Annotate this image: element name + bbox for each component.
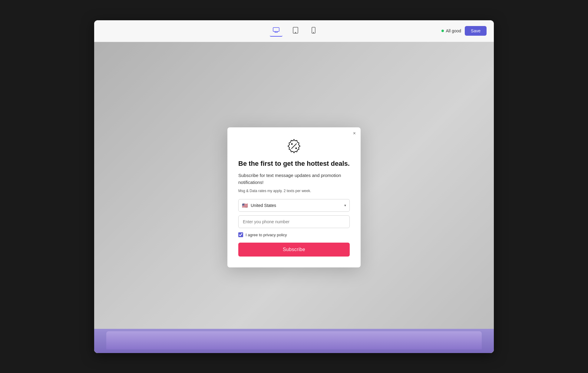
- discount-badge-icon: [286, 138, 302, 154]
- mobile-icon[interactable]: [309, 25, 319, 37]
- status-dot: [441, 30, 444, 32]
- browser-toolbar: All good Save: [94, 20, 494, 42]
- privacy-row: I agree to privacy policy: [238, 232, 350, 237]
- privacy-checkbox[interactable]: [238, 232, 243, 237]
- device-icons: [270, 25, 319, 37]
- status-text: All good: [446, 28, 461, 33]
- subscribe-button[interactable]: Subscribe: [238, 243, 350, 257]
- bottom-bar: [94, 329, 494, 353]
- modal-title: Be the first to get the hottest deals.: [238, 159, 350, 168]
- svg-rect-0: [273, 28, 279, 31]
- bottom-bar-inner: [106, 331, 482, 349]
- toolbar-right: All good Save: [441, 26, 487, 36]
- privacy-label: I agree to privacy policy: [246, 233, 287, 237]
- modal-note: Msg & Data rates my apply. 2 texts per w…: [238, 189, 350, 193]
- modal-icon-wrapper: [238, 138, 350, 154]
- modal-subtitle: Subscribe for text message updates and p…: [238, 172, 350, 186]
- svg-point-9: [291, 143, 293, 145]
- browser-frame: All good Save × Be the first to get the …: [94, 20, 494, 353]
- save-button[interactable]: Save: [465, 26, 487, 36]
- svg-point-7: [313, 32, 314, 33]
- tablet-icon[interactable]: [290, 25, 301, 37]
- phone-input[interactable]: [238, 215, 350, 228]
- country-select[interactable]: United States Canada United Kingdom: [238, 199, 350, 212]
- status-indicator: All good: [441, 28, 461, 33]
- browser-content: × Be the first to get the hottest deals.…: [94, 42, 494, 353]
- close-button[interactable]: ×: [353, 131, 356, 136]
- modal-dialog: × Be the first to get the hottest deals.…: [227, 127, 361, 268]
- svg-point-5: [295, 32, 296, 33]
- country-select-wrapper: 🇺🇸 United States Canada United Kingdom ▾: [238, 199, 350, 212]
- svg-point-10: [296, 147, 297, 149]
- desktop-icon[interactable]: [270, 25, 282, 37]
